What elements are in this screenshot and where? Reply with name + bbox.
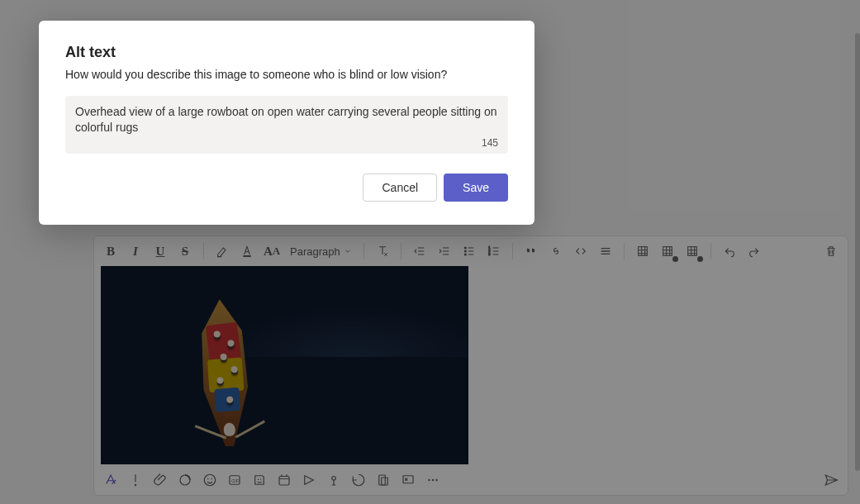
- cancel-button[interactable]: Cancel: [363, 174, 437, 202]
- alt-text-value: Overhead view of a large rowboat on open…: [75, 104, 498, 136]
- alt-text-field[interactable]: Overhead view of a large rowboat on open…: [65, 96, 508, 154]
- dialog-prompt: How would you describe this image to som…: [65, 68, 508, 81]
- alt-text-dialog: Alt text How would you describe this ima…: [39, 21, 535, 225]
- save-button[interactable]: Save: [444, 174, 508, 202]
- char-count: 145: [482, 137, 498, 149]
- dialog-title: Alt text: [65, 44, 508, 61]
